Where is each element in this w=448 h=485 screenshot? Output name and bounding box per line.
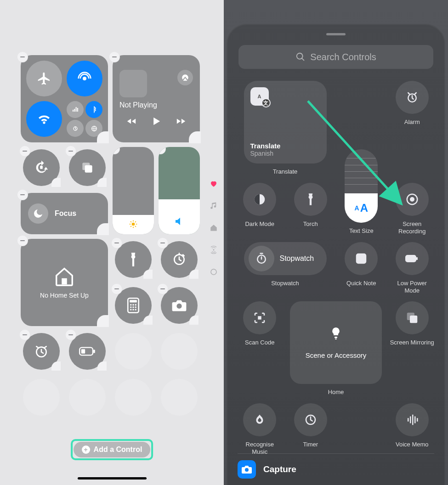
- remove-alarm[interactable]: [19, 329, 30, 340]
- remove-screen-mirroring[interactable]: [65, 146, 76, 157]
- svg-point-54: [245, 468, 249, 472]
- alarm-control[interactable]: [396, 81, 429, 114]
- search-controls-field[interactable]: Search Controls: [238, 45, 433, 69]
- stopwatch-control[interactable]: Stopwatch: [244, 242, 327, 275]
- low-power-button[interactable]: [69, 333, 106, 370]
- home-icon: [54, 266, 75, 287]
- svg-line-13: [130, 226, 131, 227]
- connectivity-tile[interactable]: [21, 55, 108, 142]
- camera-button[interactable]: [161, 287, 198, 324]
- torch-button[interactable]: [115, 241, 152, 278]
- screen-recording-control[interactable]: [396, 183, 429, 216]
- remove-torch[interactable]: [111, 237, 122, 248]
- play-icon[interactable]: [150, 115, 163, 128]
- resize-grip[interactable]: [97, 315, 109, 327]
- svg-rect-45: [357, 254, 366, 263]
- controls-gallery-screen: Search Controls A文 Translate Spanish Tra…: [224, 0, 448, 485]
- home-tile[interactable]: No Home Set Up: [21, 239, 108, 326]
- calculator-button[interactable]: [115, 287, 152, 324]
- svg-line-12: [135, 226, 136, 227]
- empty-slot[interactable]: [161, 333, 198, 370]
- remove-brightness[interactable]: [113, 147, 120, 154]
- empty-slot[interactable]: [161, 379, 198, 416]
- screen-mirroring-control[interactable]: [396, 301, 429, 334]
- add-control-button[interactable]: + Add a Control: [74, 442, 151, 457]
- volume-slider[interactable]: [159, 147, 200, 234]
- remove-focus[interactable]: [17, 189, 28, 200]
- home-widget-control[interactable]: Scene or Accessory: [290, 301, 382, 384]
- svg-point-22: [132, 306, 134, 308]
- remove-timer[interactable]: [157, 237, 168, 248]
- dark-mode-label: Dark Mode: [245, 220, 274, 228]
- home-label: Home: [328, 389, 344, 396]
- resize-grip[interactable]: [97, 223, 109, 235]
- media-tile[interactable]: Not Playing: [113, 55, 200, 142]
- torch-control[interactable]: [294, 183, 327, 216]
- svg-point-25: [132, 309, 134, 310]
- svg-rect-48: [407, 257, 410, 260]
- focus-tile[interactable]: Focus: [21, 193, 108, 234]
- rewind-icon[interactable]: [125, 116, 137, 126]
- svg-rect-40: [417, 418, 418, 422]
- airplane-mode-button[interactable]: [26, 61, 62, 96]
- translate-icon: A文: [250, 87, 269, 106]
- circle-icon[interactable]: [209, 267, 218, 276]
- remove-rotation-lock[interactable]: [19, 146, 30, 157]
- capture-app-icon: [238, 460, 256, 479]
- scan-code-label: Scan Code: [245, 339, 274, 346]
- resize-grip[interactable]: [189, 131, 201, 143]
- empty-slot[interactable]: [115, 379, 152, 416]
- text-size-control[interactable]: AA: [345, 149, 378, 223]
- translate-widget[interactable]: A文 Translate Spanish: [244, 81, 327, 164]
- music-note-icon[interactable]: [209, 201, 218, 210]
- forward-icon[interactable]: [175, 116, 187, 126]
- remove-low-power[interactable]: [65, 329, 76, 340]
- screen-mirroring-button[interactable]: [69, 149, 106, 186]
- media-status: Not Playing: [119, 101, 193, 109]
- house-icon[interactable]: [209, 223, 218, 232]
- svg-point-24: [130, 309, 131, 310]
- voice-memo-control[interactable]: [396, 403, 429, 436]
- svg-point-19: [132, 304, 134, 305]
- connectivity-more[interactable]: [67, 101, 102, 137]
- brightness-slider[interactable]: [113, 147, 154, 234]
- timer-control[interactable]: [294, 403, 327, 436]
- svg-point-26: [135, 309, 136, 310]
- svg-point-32: [213, 249, 215, 251]
- svg-rect-49: [258, 316, 262, 320]
- empty-slot[interactable]: [23, 379, 60, 416]
- svg-rect-36: [408, 418, 409, 422]
- low-power-mode-control[interactable]: [396, 242, 429, 275]
- remove-connectivity[interactable]: [17, 51, 28, 62]
- svg-rect-31: [81, 349, 85, 354]
- airdrop-button[interactable]: [67, 61, 102, 96]
- remove-calculator[interactable]: [111, 283, 122, 294]
- rotation-lock-button[interactable]: [23, 149, 60, 186]
- svg-point-18: [130, 304, 131, 305]
- remove-volume[interactable]: [159, 147, 166, 154]
- home-indicator[interactable]: [78, 477, 147, 479]
- antenna-icon[interactable]: [209, 245, 218, 254]
- airplay-icon[interactable]: [177, 70, 193, 85]
- capture-section-title: Capture: [263, 464, 296, 474]
- screen-recording-label: Screen Recording: [390, 220, 435, 235]
- recognise-music-control[interactable]: [243, 403, 276, 436]
- remove-camera[interactable]: [157, 283, 168, 294]
- alarm-button[interactable]: [23, 333, 60, 370]
- alarm-label: Alarm: [404, 118, 420, 126]
- quick-note-control[interactable]: [345, 242, 378, 275]
- svg-point-43: [410, 197, 414, 202]
- svg-point-0: [83, 77, 86, 80]
- translate-language: Spanish: [250, 150, 320, 157]
- dark-mode-control[interactable]: [243, 183, 276, 216]
- empty-slot[interactable]: [69, 379, 106, 416]
- svg-rect-17: [130, 300, 137, 302]
- svg-rect-51: [335, 338, 337, 339]
- heart-icon[interactable]: [209, 179, 218, 188]
- timer-button[interactable]: [161, 241, 198, 278]
- wifi-button[interactable]: [26, 101, 62, 137]
- remove-home[interactable]: [17, 235, 28, 246]
- scan-code-control[interactable]: [243, 301, 276, 334]
- remove-media[interactable]: [109, 51, 120, 62]
- empty-slot[interactable]: [115, 333, 152, 370]
